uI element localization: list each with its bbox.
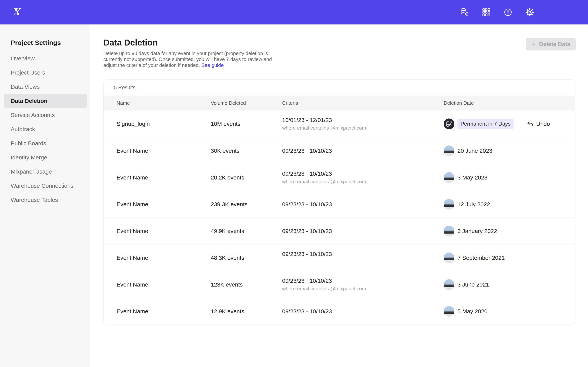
row-volume: 48.3K events — [211, 255, 282, 261]
deletion-date: 3 May 2023 — [458, 174, 487, 181]
deletion-date: 12 July 2022 — [458, 201, 490, 208]
column-header-criteria: Criteria — [282, 100, 444, 106]
row-deletion-cell: Permanent in 7 Days Undo — [444, 118, 575, 129]
row-deletion-cell: 12 July 2022 — [444, 199, 575, 210]
row-criteria: 09/23/23 - 10/10/23 — [282, 148, 444, 154]
row-criteria: 09/23/23 - 10/10/23 — [282, 228, 444, 234]
svg-text:?: ? — [507, 10, 509, 15]
table-row: Event Name 49.9K events 09/23/23 - 10/10… — [104, 217, 575, 244]
deletion-date: 5 May 2020 — [458, 308, 487, 315]
results-count: 5 Results — [104, 80, 575, 96]
table-row: Event Name 30K events 09/23/23 - 10/10/2… — [104, 137, 575, 164]
avatar-doodle — [444, 118, 454, 129]
sidebar: Project Settings OverviewProject UsersDa… — [0, 25, 90, 367]
sidebar-item-warehouse-tables[interactable]: Warehouse Tables — [4, 193, 87, 207]
row-name: Event Name — [117, 281, 211, 288]
table-row: Event Name 20.2K events 09/23/23 - 10/10… — [104, 164, 575, 191]
apps-grid-icon[interactable] — [482, 8, 491, 17]
page-header: Data Deletion Delete up to 90 days data … — [103, 38, 576, 68]
row-criteria-cell: 09/23/23 - 10/10/23 — [282, 308, 444, 315]
row-criteria-cell: 09/23/23 - 10/10/23 — [282, 148, 444, 154]
see-guide-link[interactable]: See guide — [201, 62, 224, 68]
page-description: Delete up to 90 days data for any event … — [103, 50, 276, 68]
undo-icon — [527, 120, 533, 127]
row-criteria-cell: 09/23/23 - 10/10/23 where email contains… — [282, 277, 444, 292]
sidebar-item-project-users[interactable]: Project Users — [4, 66, 87, 80]
top-nav: X ? — [0, 0, 588, 25]
sidebar-item-service-accounts[interactable]: Service Accounts — [4, 108, 87, 122]
row-criteria-cell: 09/23/23 - 10/10/23 — [282, 228, 444, 234]
avatar — [444, 118, 454, 129]
row-criteria-cell: 09/23/23 - 10/10/23 — [282, 201, 444, 208]
row-deletion-cell: 3 June 2021 — [444, 279, 575, 290]
avatar — [444, 226, 454, 236]
status-badge: Permanent in 7 Days — [458, 119, 514, 129]
row-deletion-cell: 7 September 2021 — [444, 252, 575, 263]
data-management-icon[interactable] — [460, 8, 469, 17]
row-criteria-filter: where email contains @mixpanel.com — [282, 286, 444, 292]
sidebar-item-warehouse-connections[interactable]: Warehouse Connections — [4, 179, 87, 193]
deletion-table-card: 5 Results Name Volume Deleted Criteria D… — [103, 79, 575, 325]
deletion-date: 20 June 2023 — [458, 148, 492, 154]
row-criteria: 09/23/23 - 10/10/23 — [282, 308, 444, 315]
row-volume: 10M events — [211, 121, 282, 127]
row-deletion-cell: 3 January 2022 — [444, 226, 575, 236]
column-header-deletion-date: Deletion Date — [444, 100, 575, 106]
column-header-volume: Volume Deleted — [211, 100, 282, 106]
row-name: Event Name — [117, 148, 211, 154]
row-criteria: 09/23/23 - 10/10/23 — [282, 251, 444, 257]
delete-data-label: Delete Data — [539, 41, 571, 47]
row-volume: 30K events — [211, 148, 282, 154]
table-row: Event Name 239.3K events 09/23/23 - 10/1… — [104, 191, 575, 217]
sidebar-item-autotrack[interactable]: Autotrack — [4, 122, 87, 136]
table-row: Event Name 48.3K events 09/23/23 - 10/10… — [104, 244, 575, 271]
mixpanel-logo[interactable]: X — [11, 7, 21, 17]
sidebar-item-data-views[interactable]: Data Views — [4, 80, 87, 94]
avatar — [444, 199, 454, 210]
sidebar-title: Project Settings — [0, 39, 90, 46]
row-criteria-filter: where email contains @mixpanel.com — [282, 125, 444, 131]
row-volume: 239.3K events — [211, 201, 282, 208]
row-name: Signup_login — [117, 121, 211, 127]
row-criteria-cell: 09/23/23 - 10/10/23 — [282, 251, 444, 265]
deletion-date: 3 January 2022 — [458, 228, 497, 234]
sidebar-nav: OverviewProject UsersData ViewsData Dele… — [0, 51, 90, 207]
page-description-text: Delete up to 90 days data for any event … — [103, 50, 272, 68]
delete-data-button[interactable]: Delete Data — [526, 38, 576, 50]
table-body: Signup_login 10M events 10/01/23 - 12/01… — [104, 110, 575, 325]
avatar — [444, 172, 454, 183]
avatar — [444, 279, 454, 290]
row-volume: 123K events — [211, 281, 282, 288]
avatar — [444, 145, 454, 156]
undo-button[interactable]: Undo — [527, 120, 550, 127]
row-criteria: 09/23/23 - 10/10/23 — [282, 170, 444, 177]
row-name: Event Name — [117, 201, 211, 208]
row-name: Event Name — [117, 228, 211, 234]
row-name: Event Name — [117, 308, 211, 315]
row-criteria: 09/23/23 - 10/10/23 — [282, 277, 444, 284]
row-deletion-cell: 20 June 2023 — [444, 145, 575, 156]
help-icon[interactable]: ? — [503, 8, 513, 17]
avatar — [444, 252, 454, 263]
row-deletion-cell: 5 May 2020 — [444, 306, 575, 317]
row-name: Event Name — [117, 255, 211, 261]
table-row: Event Name 123K events 09/23/23 - 10/10/… — [104, 271, 575, 298]
page-title: Data Deletion — [103, 38, 276, 47]
avatar — [444, 306, 454, 317]
row-criteria-cell: 09/23/23 - 10/10/23 where email contains… — [282, 170, 444, 185]
deletion-date: 3 June 2021 — [458, 281, 489, 288]
sidebar-item-mixpanel-usage[interactable]: Mixpanel Usage — [4, 165, 87, 179]
sidebar-item-identity-merge[interactable]: Identity Merge — [4, 150, 87, 165]
row-criteria-filter — [282, 259, 444, 265]
sidebar-item-public-boards[interactable]: Public Boards — [4, 136, 87, 150]
row-volume: 49.9K events — [211, 228, 282, 234]
sidebar-item-overview[interactable]: Overview — [4, 51, 87, 66]
row-criteria: 10/01/23 - 12/01/23 — [282, 117, 444, 123]
nav-icon-group: ? — [460, 8, 534, 17]
row-criteria: 09/23/23 - 10/10/23 — [282, 201, 444, 208]
settings-icon[interactable] — [525, 8, 534, 17]
column-header-name: Name — [117, 100, 211, 106]
table-header: Name Volume Deleted Criteria Deletion Da… — [104, 96, 575, 110]
plus-icon — [531, 42, 536, 47]
sidebar-item-data-deletion[interactable]: Data Deletion — [4, 94, 87, 108]
